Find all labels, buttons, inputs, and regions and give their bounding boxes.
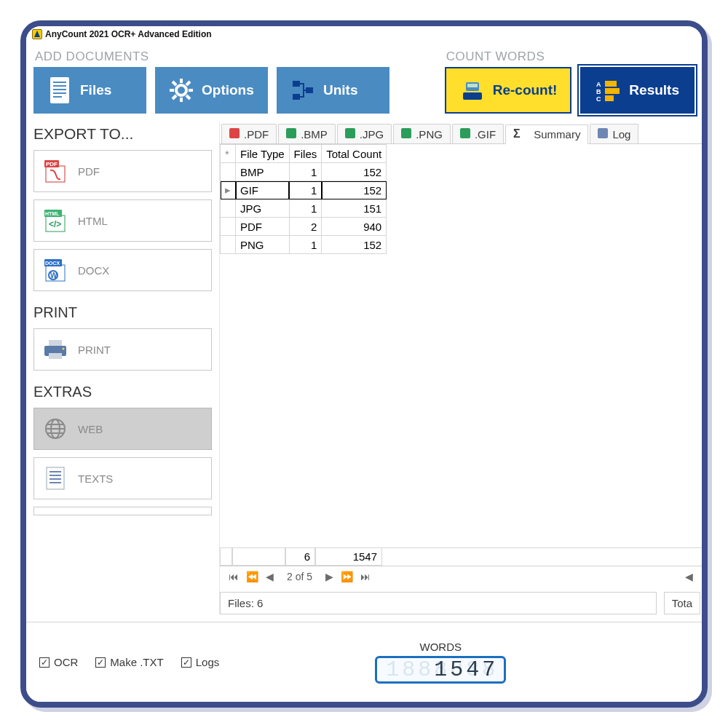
svg-point-6 [176,85,186,95]
pager-prev-page[interactable]: ⏪ [245,571,260,582]
log-file-icon [598,128,609,140]
tab-log[interactable]: Log [590,124,638,143]
row-indicator [221,218,236,236]
cell-file-type: BMP [236,163,290,181]
export-html-label: HTML [78,215,108,227]
cell-total-count: 151 [322,199,387,218]
pager-last[interactable]: ⏭ [359,571,372,582]
table-row[interactable]: JPG1151 [221,199,387,218]
svg-rect-20 [467,84,478,87]
results-button-label: Results [629,82,679,98]
cell-files: 2 [289,218,322,236]
gear-icon [168,74,194,106]
recount-button[interactable]: Re-count! [445,67,572,114]
extras-texts-label: TEXTS [78,472,113,485]
printer-icon [43,337,68,362]
tab-gif[interactable]: .GIF [452,124,504,143]
pager-prev[interactable]: ◀ [264,571,275,582]
cell-files: 1 [289,199,322,218]
tab-summary[interactable]: Σ Summary [505,124,588,144]
status-total-truncated: Tota [664,592,700,614]
export-docx[interactable]: DOCXW DOCX [33,249,212,291]
table-header-row: * File Type Files Total Count [221,145,387,163]
texts-icon [43,466,68,491]
app-logo-icon [32,29,42,39]
svg-text:W: W [50,272,58,280]
row-selector-header: * [221,145,236,163]
pager: ⏮ ⏪ ◀ 2 of 5 ▶ ⏩ ⏭ ◀ [220,566,702,586]
lcd-display: 1888888 1547 [375,656,506,684]
ribbon: ADD DOCUMENTS Files Options [26,42,702,122]
svg-rect-3 [53,89,66,90]
print-label: PRINT [78,344,111,356]
recount-button-label: Re-count! [493,82,558,98]
files-button[interactable]: Files [33,67,146,114]
col-total-count[interactable]: Total Count [322,145,387,163]
svg-line-12 [186,95,190,99]
files-icon [47,74,73,106]
extras-texts[interactable]: TEXTS [33,457,212,499]
pager-next-page[interactable]: ⏩ [339,571,355,582]
svg-point-42 [63,348,65,350]
cell-file-type: PNG [236,236,290,254]
row-indicator [221,236,236,254]
svg-rect-18 [463,92,482,100]
summary-table: * File Type Files Total Count BMP1152▸GI… [220,144,387,254]
window-title: AnyCount 2021 OCR+ Advanced Edition [45,29,212,39]
svg-line-11 [173,82,176,85]
col-file-type[interactable]: File Type [236,145,290,163]
results-icon: ABC [596,74,622,106]
hscroll-left[interactable]: ◀ [684,571,695,582]
row-indicator [221,199,236,218]
svg-rect-15 [293,81,300,87]
tab-jpg[interactable]: .JPG [337,124,392,143]
col-files[interactable]: Files [289,145,322,163]
svg-rect-5 [53,96,62,98]
svg-rect-1 [53,82,66,83]
results-button[interactable]: ABC Results [580,67,695,114]
extras-web[interactable]: WEB [33,408,212,450]
svg-rect-40 [49,340,62,346]
globe-icon [43,416,68,441]
cell-total-count: 152 [322,181,387,199]
table-row[interactable]: PNG1152 [221,236,387,254]
tab-pdf[interactable]: .PDF [221,124,277,143]
export-pdf[interactable]: PDF PDF [33,150,212,192]
options-button-label: Options [202,82,254,98]
svg-rect-54 [286,128,296,138]
jpg-file-icon [345,128,357,140]
svg-text:A: A [596,81,601,88]
export-html[interactable]: HTML</> HTML [33,199,212,242]
table-row[interactable]: BMP1152 [221,163,387,181]
html-icon: HTML</> [43,208,68,233]
print-header: PRINT [33,304,212,321]
checkbox-make-txt[interactable]: ✓Make .TXT [95,656,163,668]
svg-text:DOCX: DOCX [45,261,60,266]
print-button[interactable]: PRINT [33,328,212,371]
pager-first[interactable]: ⏮ [227,571,240,582]
docx-icon: DOCXW [43,258,68,282]
cell-file-type: JPG [236,199,290,218]
checkbox-ocr[interactable]: ✓OCR [39,656,78,668]
totals-files: 6 [285,548,315,566]
lcd-value: 1547 [434,657,498,682]
units-button[interactable]: Units [277,67,389,114]
tab-bmp[interactable]: .BMP [278,124,336,143]
checkbox-logs[interactable]: ✓Logs [181,656,220,668]
cell-files: 1 [289,236,322,254]
units-icon [290,74,316,106]
cell-files: 1 [289,163,322,181]
export-header: EXPORT TO... [33,125,212,143]
svg-line-13 [173,95,176,99]
cell-total-count: 152 [322,236,387,254]
pager-next[interactable]: ▶ [324,571,335,582]
options-button[interactable]: Options [155,67,268,114]
pager-text: 2 of 5 [287,571,312,582]
svg-rect-25 [605,88,620,94]
table-row[interactable]: PDF2940 [221,218,387,236]
svg-rect-26 [605,95,614,101]
cell-total-count: 152 [322,163,387,181]
tab-png[interactable]: .PNG [393,124,451,143]
svg-rect-16 [293,94,300,100]
table-row[interactable]: ▸GIF1152 [221,181,387,199]
